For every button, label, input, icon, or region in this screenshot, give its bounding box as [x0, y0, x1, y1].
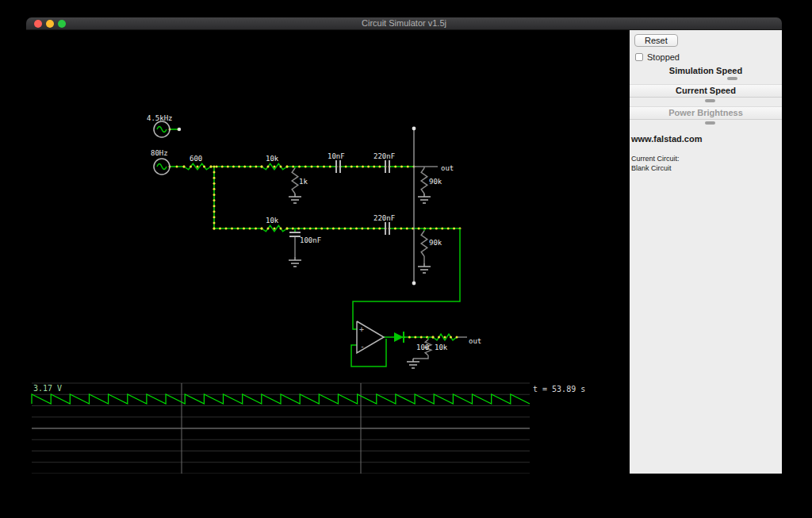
- op-amp-minus-input: -: [360, 342, 365, 351]
- window-titlebar[interactable]: Circuit Simulator v1.5j: [26, 17, 782, 30]
- zoom-window-button[interactable]: [58, 20, 66, 28]
- component-label: 80Hz: [151, 149, 168, 157]
- wire-network[interactable]: [169, 129, 468, 367]
- resistor-10k-top[interactable]: [261, 163, 289, 170]
- oscilloscope[interactable]: 3.17 Vt = 53.89 s: [32, 383, 585, 474]
- component-label: 10k: [435, 343, 448, 351]
- current-speed-slider[interactable]: [634, 98, 777, 104]
- simulation-speed-slider[interactable]: [634, 76, 777, 82]
- component-label: 220nF: [373, 152, 395, 160]
- close-window-button[interactable]: [34, 20, 42, 28]
- op-amp-plus-input: +: [359, 325, 364, 334]
- current-circuit-label: Current Circuit:: [631, 155, 782, 163]
- stopped-checkbox[interactable]: [635, 53, 643, 61]
- desktop-background: Circuit Simulator v1.5j +-4.5kHz80Hz6001…: [0, 0, 812, 518]
- simulation-speed-thumb[interactable]: [727, 77, 737, 80]
- component-label: 100: [416, 343, 429, 351]
- window-title: Circuit Simulator v1.5j: [26, 17, 782, 29]
- component-label: 10k: [266, 155, 279, 163]
- resistor-1k[interactable]: [289, 168, 301, 203]
- scope-voltage-label: 3.17 V: [33, 384, 62, 393]
- power-brightness-label: Power Brightness: [630, 106, 782, 120]
- component-label: 600: [190, 155, 202, 163]
- op-amp[interactable]: +-: [357, 321, 384, 353]
- ground-output[interactable]: [407, 359, 419, 368]
- component-labels: 4.5kHz80Hz60010k1k10nF220nFout90k10k220n…: [147, 114, 481, 351]
- component-label: out: [469, 337, 481, 345]
- power-brightness-thumb[interactable]: [705, 121, 715, 125]
- resistor-90k-mid[interactable]: [418, 231, 431, 273]
- window-content: +-4.5kHz80Hz60010k1k10nF220nFout90k10k22…: [26, 30, 782, 474]
- component-label: 90k: [429, 239, 442, 247]
- ac-source-80hz[interactable]: [154, 159, 170, 175]
- app-window: Circuit Simulator v1.5j +-4.5kHz80Hz6001…: [26, 17, 782, 474]
- ac-source-4-5khz[interactable]: [154, 121, 170, 137]
- circuit-canvas[interactable]: +-4.5kHz80Hz60010k1k10nF220nFout90k10k22…: [26, 30, 630, 474]
- scope-time-label: t = 53.89 s: [533, 385, 585, 393]
- current-speed-label: Current Speed: [630, 84, 782, 98]
- capacitor-10nf[interactable]: [336, 160, 340, 173]
- component-label: 90k: [429, 178, 442, 186]
- current-speed-thumb[interactable]: [705, 99, 715, 102]
- component-label: 100nF: [300, 236, 321, 244]
- current-circuit-name: Blank Circuit: [631, 164, 782, 172]
- component-label: 220nF: [373, 214, 395, 222]
- falstad-website-link[interactable]: www.falstad.com: [631, 134, 782, 144]
- resistor-10k-out[interactable]: [432, 334, 458, 340]
- component-label: 10nF: [327, 152, 345, 160]
- stopped-label: Stopped: [647, 52, 680, 62]
- capacitor-220nf-top[interactable]: [385, 160, 389, 173]
- power-brightness-slider[interactable]: [634, 121, 777, 126]
- component-label: 1k: [299, 178, 308, 186]
- control-sidebar: Reset Stopped Simulation Speed Current S…: [630, 30, 782, 474]
- minimize-window-button[interactable]: [46, 20, 54, 28]
- component-label: 4.5kHz: [147, 114, 173, 122]
- diode[interactable]: [394, 332, 404, 343]
- scope-trace: [32, 394, 530, 404]
- reset-button[interactable]: Reset: [634, 34, 678, 47]
- traffic-light-buttons: [34, 20, 66, 28]
- stopped-row: Stopped: [635, 52, 782, 62]
- capacitor-220nf-mid[interactable]: [385, 222, 389, 235]
- component-label: out: [441, 164, 454, 172]
- resistor-10k-mid[interactable]: [261, 225, 289, 232]
- resistor-600[interactable]: [183, 163, 213, 170]
- component-label: 10k: [266, 217, 279, 224]
- circuit-svg[interactable]: +-4.5kHz80Hz60010k1k10nF220nFout90k10k22…: [26, 30, 630, 474]
- simulation-speed-label: Simulation Speed: [630, 66, 782, 75]
